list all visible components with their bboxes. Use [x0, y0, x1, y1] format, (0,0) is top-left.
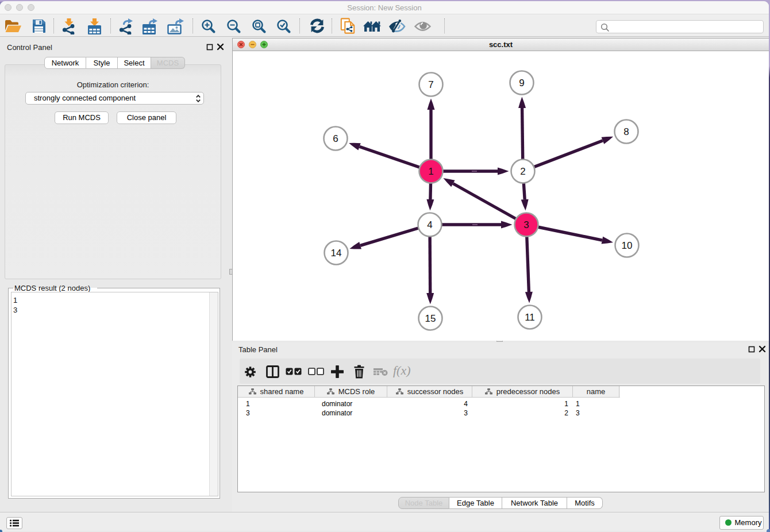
svg-text:7: 7: [428, 79, 433, 90]
svg-text:3: 3: [523, 219, 529, 230]
svg-text:6: 6: [333, 133, 338, 144]
svg-text:10: 10: [622, 240, 633, 251]
svg-text:14: 14: [331, 248, 342, 259]
svg-text:15: 15: [425, 313, 436, 324]
svg-text:8: 8: [623, 126, 629, 137]
svg-text:2: 2: [520, 166, 525, 177]
svg-text:4: 4: [427, 219, 432, 230]
svg-text:11: 11: [525, 312, 535, 323]
svg-text:9: 9: [519, 78, 524, 88]
svg-text:1: 1: [428, 166, 433, 177]
